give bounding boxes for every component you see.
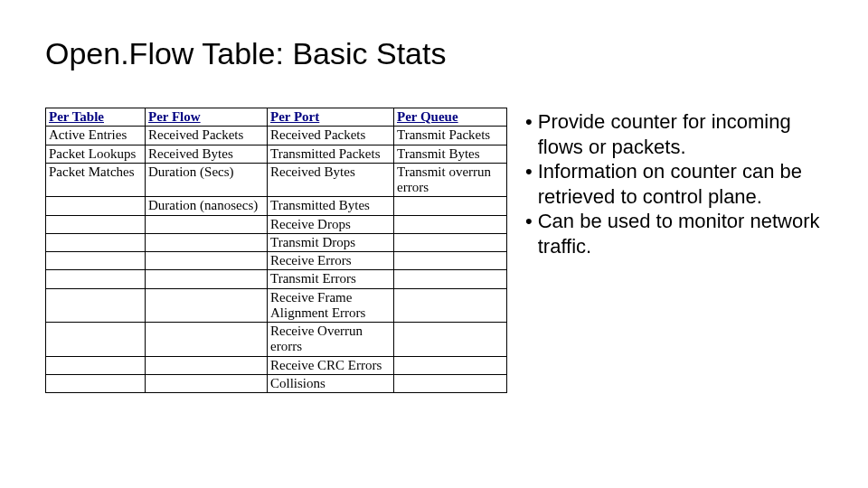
cell: [394, 252, 507, 270]
cell: Receive Drops: [268, 215, 394, 233]
cell: Transmit overrun errors: [394, 163, 507, 197]
cell: [146, 252, 268, 270]
table-row: Packet Lookups Received Bytes Transmitte…: [46, 145, 507, 163]
bullet-text: Information on counter can be retrieved …: [538, 159, 841, 209]
cell: Received Packets: [146, 127, 268, 145]
cell: [394, 233, 507, 251]
table-row: Receive Errors: [46, 252, 507, 270]
bullet-text: Provide counter for incoming flows or pa…: [538, 109, 841, 159]
cell: [146, 356, 268, 374]
cell: [46, 323, 146, 357]
table-header-row: Per Table Per Flow Per Port Per Queue: [46, 108, 507, 127]
list-item: • Provide counter for incoming flows or …: [525, 109, 841, 159]
table-row: Collisions: [46, 374, 507, 392]
list-item: • Can be used to monitor network traffic…: [525, 209, 841, 258]
cell: [146, 374, 268, 392]
cell: Transmit Packets: [394, 127, 507, 145]
cell: Transmitted Bytes: [268, 197, 394, 215]
table-row: Active Entries Received Packets Received…: [46, 127, 507, 145]
cell: [46, 197, 146, 215]
table-row: Receive Drops: [46, 215, 507, 233]
cell: [146, 323, 268, 357]
cell: Receive Overrun erorrs: [268, 323, 394, 357]
cell: [394, 374, 507, 392]
cell: Transmit Errors: [268, 270, 394, 288]
cell: [146, 233, 268, 251]
cell: Received Packets: [268, 127, 394, 145]
cell: Transmit Drops: [268, 233, 394, 251]
cell: [146, 215, 268, 233]
cell: Duration (Secs): [146, 163, 268, 197]
cell: [46, 288, 146, 323]
header-per-table: Per Table: [46, 108, 146, 127]
cell: [46, 252, 146, 270]
header-per-flow: Per Flow: [146, 108, 268, 127]
cell: Received Bytes: [146, 145, 268, 163]
table-row: Receive Frame Alignment Errors: [46, 288, 507, 323]
slide-title: Open.Flow Table: Basic Stats: [45, 36, 841, 71]
table-row: Receive CRC Errors: [46, 356, 507, 374]
cell: [394, 288, 507, 323]
stats-table: Per Table Per Flow Per Port Per Queue Ac…: [45, 108, 507, 393]
cell: [46, 356, 146, 374]
bullet-dot-icon: •: [525, 159, 538, 209]
bullet-list: • Provide counter for incoming flows or …: [525, 108, 841, 258]
table-row: Receive Overrun erorrs: [46, 323, 507, 357]
stats-table-container: Per Table Per Flow Per Port Per Queue Ac…: [45, 108, 507, 393]
header-per-port: Per Port: [268, 108, 394, 127]
cell: Receive CRC Errors: [268, 356, 394, 374]
cell: [394, 323, 507, 357]
cell: [46, 270, 146, 288]
cell: Receive Errors: [268, 252, 394, 270]
bullet-dot-icon: •: [525, 209, 538, 258]
header-per-queue: Per Queue: [394, 108, 507, 127]
cell: Transmit Bytes: [394, 145, 507, 163]
list-item: • Information on counter can be retrieve…: [525, 159, 841, 209]
bullet-dot-icon: •: [525, 109, 538, 159]
cell: [146, 288, 268, 323]
cell: [146, 270, 268, 288]
table-body: Active Entries Received Packets Received…: [46, 127, 507, 393]
cell: Received Bytes: [268, 163, 394, 197]
table-row: Transmit Drops: [46, 233, 507, 251]
cell: Packet Lookups: [46, 145, 146, 163]
table-row: Packet Matches Duration (Secs) Received …: [46, 163, 507, 197]
table-row: Duration (nanosecs) Transmitted Bytes: [46, 197, 507, 215]
table-row: Transmit Errors: [46, 270, 507, 288]
cell: [46, 374, 146, 392]
cell: Duration (nanosecs): [146, 197, 268, 215]
cell: Active Entries: [46, 127, 146, 145]
bullet-text: Can be used to monitor network traffic.: [538, 209, 841, 258]
cell: Transmitted Packets: [268, 145, 394, 163]
cell: [46, 233, 146, 251]
cell: [394, 270, 507, 288]
content-row: Per Table Per Flow Per Port Per Queue Ac…: [45, 108, 841, 393]
cell: [394, 215, 507, 233]
cell: Packet Matches: [46, 163, 146, 197]
cell: [394, 356, 507, 374]
cell: [394, 197, 507, 215]
cell: [46, 215, 146, 233]
cell: Collisions: [268, 374, 394, 392]
cell: Receive Frame Alignment Errors: [268, 288, 394, 323]
